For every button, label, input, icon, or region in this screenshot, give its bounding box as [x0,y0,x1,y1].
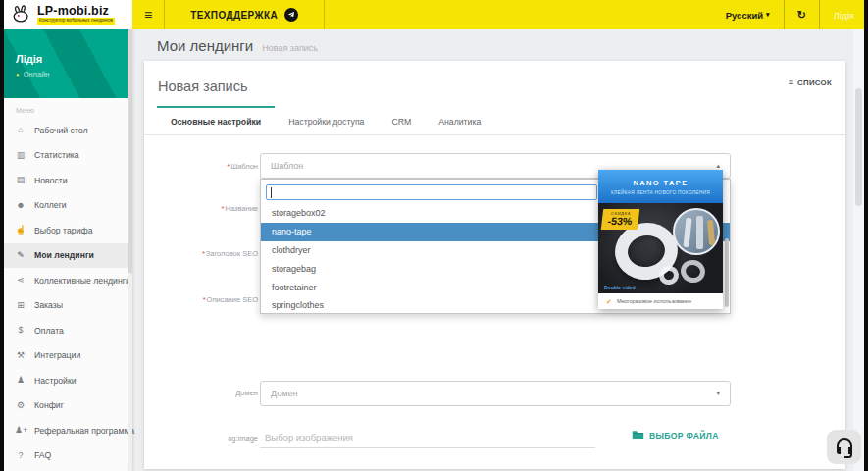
hamburger-menu-icon[interactable]: ≡ [144,7,152,23]
sidebar-item-my-landings[interactable]: ✎ Мои лендинги [4,243,132,269]
top-bar: LP-mobi.biz Конструктор мобильных лендин… [4,0,864,29]
sidebar-item-label: Реферальная программа [34,426,134,436]
sidebar-item-label: FAQ [34,450,51,460]
sidebar-item-statistics[interactable]: ▥ Статистика [4,143,132,169]
logo-subtitle: Конструктор мобильных лендингов [37,18,115,25]
header-toolbar: ≡ ТЕХПОДДЕРЖКА Русский ▾ ↻ Лідія [132,0,864,29]
logo[interactable]: LP-mobi.biz Конструктор мобильных лендин… [4,0,132,29]
list-button-label: СПИСОК [797,78,832,87]
menu-section-label: Меню [4,98,132,118]
main-area: Мои лендинги Новая запись Новая запись ≡… [132,29,864,471]
language-selector[interactable]: Русский ▾ [712,0,784,29]
sidebar-item-tariff[interactable]: ☝ Выбор тарифа [4,218,132,243]
logo-title: LP-mobi.biz [37,5,115,18]
file-button-label: ВЫБОР ФАЙЛА [649,431,719,441]
discount-badge: СКИДКА -53% [601,209,639,230]
sidebar-item-label: Рабочий стол [34,126,88,135]
og-image-input[interactable]: Выбор изображения [260,426,595,448]
home-icon: ⌂ [15,126,26,134]
sidebar-item-news[interactable]: ▤ Новости [4,168,132,193]
screen-edge-right [864,0,868,471]
headset-icon [833,436,856,459]
content-card: Новая запись ≡ СПИСОК Основные настройки… [144,61,845,469]
sidebar-user-status: Онлайн [24,70,50,78]
sidebar-item-label: Настройки [34,376,77,386]
sidebar-item-colleagues[interactable]: ☻ Коллеги [4,193,132,219]
domain-label: Домен [154,389,258,398]
preview-feature-bar: ✔ Многоразовое использование [598,293,723,309]
user-plus-icon: ♟+ [15,426,26,435]
app-window: LP-mobi.biz Конструктор мобильных лендин… [0,0,868,471]
dollar-icon: $ [15,326,26,335]
sidebar-item-faq[interactable]: ? FAQ [4,444,132,469]
breadcrumb: Новая запись [262,43,318,53]
tools-icon: ⚒ [15,351,26,360]
colleagues-icon: ☻ [15,201,26,210]
folder-icon [632,428,644,443]
seo-title-label: *Заголовок SEO [154,249,258,259]
sidebar-item-referral[interactable]: ♟+ Реферальная программа [4,418,132,444]
og-image-placeholder: Выбор изображения [260,432,353,443]
sidebar-user-name: Лідія [16,53,132,65]
question-icon: ? [15,451,26,460]
tabs-bar: Основные настройки Настройки доступа CRM… [144,106,845,135]
cart-icon: ⊞ [15,301,26,310]
sidebar-item-payment[interactable]: $ Оплата [4,318,132,343]
check-icon: ✔ [606,298,612,305]
refresh-icon[interactable]: ↻ [785,0,819,29]
support-chat-button[interactable] [827,430,861,464]
sidebar-item-label: Статистика [34,150,79,160]
screen-edge-left [0,0,4,471]
sidebar-menu: ⌂ Рабочий стол ▥ Статистика ▤ Новости ☻ … [4,118,132,468]
name-label: *Название [154,204,258,214]
user-icon: ♟ [15,376,26,385]
file-select-button[interactable]: ВЫБОР ФАЙЛА [632,428,719,443]
seo-description-label: *Описание SEO [154,295,258,305]
page-scrollbar[interactable] [853,29,864,471]
tape-piece-graphic [679,257,708,285]
template-search-input[interactable] [266,184,597,200]
dropdown-scrollbar[interactable] [725,238,729,307]
card-title: Новая запись [158,78,248,94]
sidebar-item-dashboard[interactable]: ⌂ Рабочий стол [4,118,132,143]
online-status-dot: ● [16,72,20,78]
list-button[interactable]: ≡ СПИСОК [789,78,832,87]
tab-main-settings[interactable]: Основные настройки [157,106,275,134]
sidebar-user-panel: Лідія ● Онлайн [4,29,132,98]
share-icon: ⋖ [15,276,26,285]
sidebar-item-label: Заказы [34,300,63,310]
sidebar-item-collective-landings[interactable]: ⋖ Коллективные лендинги [4,268,132,293]
sidebar-scrollbar[interactable] [128,29,132,471]
sidebar-item-orders[interactable]: ⊞ Заказы [4,293,132,319]
sidebar-item-settings[interactable]: ♟ Настройки [4,368,132,393]
sidebar-item-label: Новости [34,176,68,185]
chevron-up-icon: ▴ [716,162,720,170]
text-cursor [271,187,272,198]
sidebar-item-label: Интеграции [34,350,80,360]
sidebar-item-label: Коллективные лендинги [34,276,130,286]
telegram-icon [284,8,298,22]
tab-analytics[interactable]: Аналитика [425,106,494,134]
sidebar-item-label: Оплата [34,326,64,336]
inset-photo-circle [673,208,720,255]
rabbit-logo-icon [11,4,32,26]
stats-icon: ▥ [15,151,26,160]
preview-banner-header: NANO TAPE КЛЕЙКАЯ ЛЕНТА НОВОГО ПОКОЛЕНИЯ [598,170,723,203]
domain-select[interactable]: Домен ▾ [260,381,731,406]
page-title: Мои лендинги [157,37,253,54]
hand-pointer-icon: ☝ [15,226,26,235]
og-image-label: og:image [154,434,258,444]
support-button[interactable]: ТЕХПОДДЕРЖКА [164,0,325,29]
tab-access-settings[interactable]: Настройки доступа [275,106,378,134]
user-menu[interactable]: Лідія [820,0,864,29]
pen-icon: ✎ [15,251,26,260]
chevron-down-icon: ▾ [716,390,720,397]
sidebar-item-config[interactable]: ⚙ Конфиг [4,393,132,419]
preview-feature-text: Многоразовое использование [617,298,691,304]
gear-icon: ⚙ [15,401,26,410]
template-label: *Шаблон [154,162,258,172]
tab-crm[interactable]: CRM [378,106,425,134]
support-label: ТЕХПОДДЕРЖКА [190,10,278,21]
preview-product-subtitle: КЛЕЙКАЯ ЛЕНТА НОВОГО ПОКОЛЕНИЯ [611,190,710,195]
sidebar-item-integrations[interactable]: ⚒ Интеграции [4,343,132,369]
